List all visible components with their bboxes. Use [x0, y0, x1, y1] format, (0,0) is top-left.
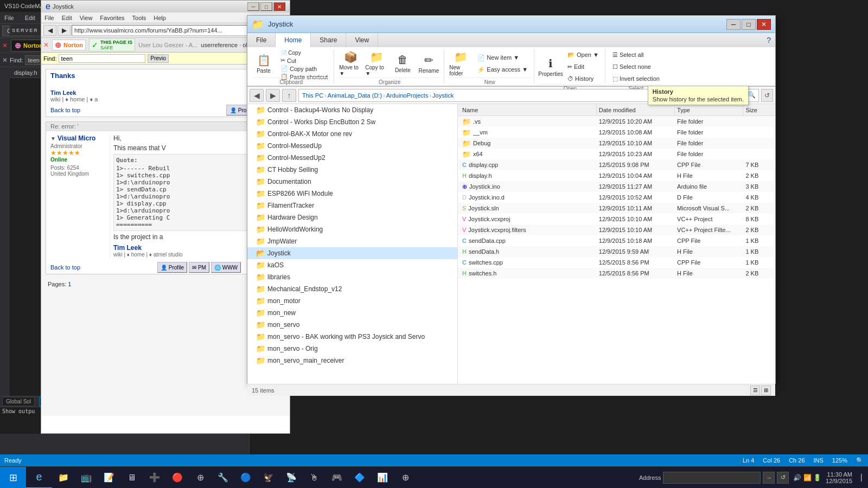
file-row[interactable]: 📁x64 12/9/2015 10:23 AM File folder	[458, 149, 775, 159]
edit-btn[interactable]: ✏ Edit	[565, 61, 602, 72]
ie-forward-btn[interactable]: ▶	[58, 25, 71, 36]
ie-menu-view[interactable]: View	[79, 14, 94, 22]
vs-menu-file[interactable]: File	[2, 14, 16, 22]
folder-item-libraries[interactable]: 📁 libraries	[247, 271, 457, 283]
folder-item-mon-servo[interactable]: 📁 mon_servo	[247, 319, 457, 331]
new-item-btn[interactable]: 📄 New item ▼	[475, 52, 531, 63]
file-row[interactable]: Cdisplay.cpp 12/5/2015 9:08 PM CPP File …	[458, 159, 775, 170]
folder-item-mon-motor[interactable]: 📁 mon_motor	[247, 295, 457, 307]
select-none-btn[interactable]: ☐ Select none	[610, 61, 662, 72]
taskbar-item-5[interactable]: 🔴	[166, 467, 189, 489]
ie-menu-file[interactable]: File	[43, 14, 55, 22]
folder-item-control-messedup2[interactable]: 📁 Control-MessedUp2	[247, 152, 457, 164]
file-row[interactable]: SJoystick.sln 12/9/2015 10:11 AM Microso…	[458, 203, 775, 214]
taskbar-address-go-btn[interactable]: →	[763, 472, 775, 484]
ie-back-btn[interactable]: ◀	[43, 25, 56, 36]
start-button[interactable]: ⊞	[0, 467, 26, 489]
taskbar-item-2[interactable]: 📝	[98, 467, 120, 489]
taskbar-ie-icon[interactable]: e	[26, 467, 52, 489]
folder-item-ct-hobby[interactable]: 📁 CT Hobby Selling	[247, 164, 457, 176]
folder-list[interactable]: 📁 Control - Backup4-Works No Display 📁 C…	[247, 104, 457, 384]
delete-btn[interactable]: 🗑 Delete	[391, 49, 414, 78]
taskbar-item-10[interactable]: 📡	[280, 467, 303, 489]
vs-menu-edit[interactable]: Edit	[23, 14, 37, 22]
folder-item-control-messedup[interactable]: 📁 Control-MessedUp	[247, 140, 457, 152]
rename-btn[interactable]: ✏ Rename	[417, 49, 441, 78]
taskbar-item-8[interactable]: 🔵	[234, 467, 257, 489]
folder-item-documentation[interactable]: 📁 Documentation	[247, 176, 457, 188]
paste-btn[interactable]: 📋 Paste	[252, 49, 276, 78]
folder-item-control-backup4[interactable]: 📁 Control - Backup4-Works No Display	[247, 104, 457, 116]
folder-item-joystick[interactable]: 📂 Joystick	[247, 247, 457, 259]
vs-tab-display[interactable]: display.h	[10, 67, 42, 78]
ribbon-help-icon[interactable]: ?	[762, 33, 775, 47]
taskbar-item-1[interactable]: 📺	[75, 467, 98, 489]
breadcrumb-drive[interactable]: AnimaLap_Data (D:)	[328, 92, 382, 99]
folder-item-control-bak[interactable]: 📁 Control-BAK-X Motor one rev	[247, 128, 457, 140]
list-view-btn[interactable]: ☰	[750, 386, 760, 395]
page-1-link[interactable]: 1	[68, 281, 71, 287]
show-desktop-btn[interactable]: ▕	[857, 474, 861, 481]
folder-item-hello[interactable]: 📁 HelloWorldWorking	[247, 223, 457, 235]
folder-item-control-works-disp[interactable]: 📁 Control - Works Disp EncButton 2 Sw	[247, 116, 457, 128]
properties-btn[interactable]: ℹ Properties	[539, 53, 563, 81]
folder-item-esp8266[interactable]: 📁 ESP8266 WiFi Module	[247, 188, 457, 200]
ie-menu-tools[interactable]: Tools	[131, 14, 148, 22]
ie-find-input[interactable]	[59, 54, 145, 63]
post2-www-btn[interactable]: 🌐 WWW	[211, 262, 241, 273]
taskbar-item-3[interactable]: 🖥	[120, 467, 143, 489]
nav-up-btn[interactable]: ↑	[282, 89, 296, 102]
folder-item-mon-servo-bak[interactable]: 📁 mon_servo - BAK working with PS3 Joysi…	[247, 331, 457, 343]
vs-find-x[interactable]: ✕	[2, 56, 8, 64]
post2-profile-btn[interactable]: 👤 Profile	[157, 262, 187, 273]
taskbar-item-6[interactable]: ⊕	[189, 467, 212, 489]
taskbar-item-14[interactable]: 📊	[371, 467, 394, 489]
ie-menu-help[interactable]: Help	[152, 14, 167, 22]
breadcrumb-joystick[interactable]: Joystick	[432, 92, 454, 99]
file-row[interactable]: 📁__vm 12/9/2015 10:08 AM File folder	[458, 127, 775, 138]
file-row[interactable]: HsendData.h 12/9/2015 9:59 AM H File 1 K…	[458, 246, 775, 257]
details-view-btn[interactable]: ⊞	[761, 386, 771, 395]
post2-pm-btn[interactable]: ✉ PM	[189, 262, 209, 273]
taskbar-item-4[interactable]: ➕	[143, 467, 166, 489]
nav-back-btn[interactable]: ◀	[250, 89, 264, 102]
folder-item-filament[interactable]: 📁 FilamentTracker	[247, 200, 457, 211]
taskbar-item-11[interactable]: 🖱	[303, 467, 326, 489]
col-date[interactable]: Date modified	[597, 104, 675, 116]
taskbar-address-refresh-btn[interactable]: ↺	[777, 472, 789, 484]
cut-btn[interactable]: ✂ Cut	[278, 56, 330, 65]
copy-btn[interactable]: 📄 Copy	[278, 49, 304, 56]
ie-maximize-btn[interactable]: □	[260, 2, 272, 11]
ie-minimize-btn[interactable]: ─	[247, 2, 259, 11]
file-row[interactable]: Hdisplay.h 12/9/2015 10:04 AM H File 2 K…	[458, 170, 775, 181]
folder-item-hardware[interactable]: 📁 Hardware Design	[247, 211, 457, 223]
ie-url-input[interactable]	[72, 25, 273, 36]
folder-item-kaos[interactable]: 📁 kaOS	[247, 259, 457, 271]
nav-forward-btn[interactable]: ▶	[266, 89, 280, 102]
explorer-maximize-btn[interactable]: □	[742, 19, 756, 30]
ribbon-tab-view[interactable]: View	[346, 33, 378, 47]
taskbar-clock[interactable]: 11:30 AM 12/9/2015	[826, 471, 852, 484]
ie-find-prev-btn[interactable]: Previo	[148, 54, 168, 63]
vs-close-x[interactable]: ✕	[2, 42, 8, 49]
folder-item-mechanical[interactable]: 📁 Mechanical_Endstop_v12	[247, 283, 457, 295]
global-solutions-tab[interactable]: Global Sol	[2, 397, 35, 406]
file-row[interactable]: 📁Debug 12/9/2015 10:10 AM File folder	[458, 138, 775, 149]
history-btn[interactable]: ⏱ History	[565, 73, 602, 84]
taskbar-folder-icon[interactable]: 📁	[52, 467, 75, 489]
taskbar-item-12[interactable]: 🎮	[326, 467, 348, 489]
invert-selection-btn[interactable]: ⬚ Invert selection	[610, 73, 662, 84]
explorer-close-btn[interactable]: ✕	[757, 19, 771, 30]
col-name[interactable]: Name	[460, 104, 597, 116]
taskbar-item-9[interactable]: 🦅	[257, 467, 280, 489]
file-row[interactable]: 📁.vs 12/9/2015 10:20 AM File folder	[458, 116, 775, 127]
breadcrumb-bar[interactable]: This PC › AnimaLap_Data (D:) › ArduinoPr…	[298, 89, 670, 102]
ie-close-btn[interactable]: ✕	[273, 2, 285, 11]
explorer-minimize-btn[interactable]: ─	[726, 19, 741, 30]
file-row[interactable]: Hswitches.h 12/5/2015 8:56 PM H File 2 K…	[458, 268, 775, 279]
refresh-btn[interactable]: ↺	[761, 89, 773, 102]
file-row[interactable]: CsendData.cpp 12/9/2015 10:18 AM CPP Fil…	[458, 235, 775, 246]
new-folder-btn[interactable]: 📁 New folder	[449, 49, 473, 78]
file-row[interactable]: VJoystick.vcxproj.filters 12/9/2015 10:1…	[458, 224, 775, 235]
folder-item-mon-servo-orig[interactable]: 📁 mon_servo - Orig	[247, 343, 457, 355]
